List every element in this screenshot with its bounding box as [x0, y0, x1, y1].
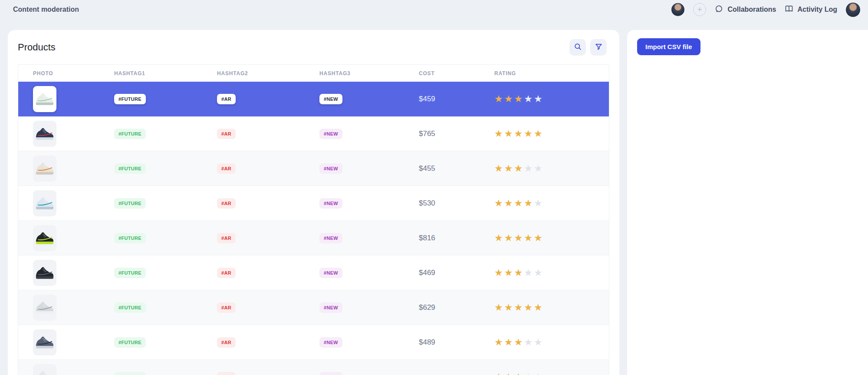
table-row[interactable]: #FUTURE #AR #NEW $530 ★★★★★ — [18, 186, 609, 221]
table-row[interactable]: #FUTURE #AR #NEW $489 ★★★★★ — [18, 325, 609, 360]
column-header-rating: Rating — [494, 70, 609, 76]
sneaker-image — [35, 196, 55, 211]
hashtag2-badge: #AR — [217, 94, 236, 104]
sneaker-image — [35, 126, 55, 141]
product-photo — [33, 260, 56, 286]
product-photo-cell — [33, 225, 114, 251]
product-photo — [33, 295, 56, 321]
app-title: Content moderation — [13, 6, 79, 13]
hashtag2-badge: #AR — [217, 302, 236, 313]
cost-value: $816 — [419, 234, 494, 242]
import-panel: Import CSV file — [627, 30, 868, 375]
table-row[interactable]: #FUTURE #AR #NEW $816 ★★★★★ — [18, 221, 609, 256]
hashtag2-badge: #AR — [217, 268, 236, 278]
product-photo-cell — [33, 156, 114, 182]
rating-stars: ★★★★★ — [494, 233, 609, 243]
table-row[interactable]: #FUTURE #AR #NEW $629 ★★★★★ — [18, 290, 609, 325]
filter-button[interactable] — [590, 39, 607, 56]
hashtag1-badge: #FUTURE — [114, 163, 146, 174]
products-panel: Products Photo Hashtag1 Hashtag2 Hashtag… — [8, 30, 619, 375]
page-title: Products — [18, 42, 569, 53]
rating-stars: ★★★★★ — [494, 94, 609, 104]
hashtag3-badge: #NEW — [319, 94, 342, 104]
rating-stars: ★★★★★ — [494, 303, 609, 312]
sneaker-image — [35, 335, 55, 350]
topbar: Content moderation + Collaborations Acti… — [0, 0, 868, 19]
hashtag3-badge: #NEW — [319, 129, 342, 139]
cost-value: $765 — [419, 129, 494, 138]
hashtag2-badge: #AR — [217, 233, 236, 243]
rating-stars: ★★★★★ — [494, 164, 609, 173]
products-table: Photo Hashtag1 Hashtag2 Hashtag3 Cost Ra… — [18, 64, 609, 375]
search-icon — [574, 43, 582, 52]
hashtag3-badge: #NEW — [319, 163, 342, 174]
rating-stars: ★★★★★ — [494, 372, 609, 375]
rating-stars: ★★★★★ — [494, 199, 609, 208]
table-row[interactable]: #FUTURE #AR #NEW ★★★★★ — [18, 360, 609, 375]
hashtag1-badge: #FUTURE — [114, 302, 146, 313]
filter-icon — [595, 43, 603, 52]
hashtag3-badge: #NEW — [319, 372, 342, 375]
hashtag3-badge: #NEW — [319, 302, 342, 313]
activity-log-link[interactable]: Activity Log — [785, 4, 837, 15]
product-photo-cell — [33, 190, 114, 216]
current-user-avatar[interactable] — [846, 3, 860, 17]
collaborator-avatar[interactable] — [671, 3, 684, 16]
sneaker-image — [35, 231, 55, 246]
product-photo — [33, 329, 56, 355]
column-header-photo: Photo — [33, 70, 114, 76]
hashtag1-badge: #FUTURE — [114, 233, 146, 243]
hashtag2-badge: #AR — [217, 372, 236, 375]
column-header-cost: Cost — [419, 70, 494, 76]
search-button[interactable] — [569, 39, 586, 56]
hashtag1-badge: #FUTURE — [114, 372, 146, 375]
product-photo-cell — [33, 364, 114, 375]
product-photo-cell — [33, 86, 114, 112]
hashtag1-badge: #FUTURE — [114, 129, 146, 139]
hashtag2-badge: #AR — [217, 198, 236, 209]
collaborations-label: Collaborations — [727, 6, 776, 13]
hashtag3-badge: #NEW — [319, 198, 342, 209]
sneaker-image — [35, 161, 55, 176]
product-photo — [33, 156, 56, 182]
table-row[interactable]: #FUTURE #AR #NEW $765 ★★★★★ — [18, 116, 609, 151]
product-photo-cell — [33, 260, 114, 286]
products-panel-header: Products — [8, 30, 619, 64]
rating-stars: ★★★★★ — [494, 268, 609, 278]
cost-value: $455 — [419, 164, 494, 173]
column-header-hashtag3: Hashtag3 — [319, 70, 419, 76]
product-photo-cell — [33, 295, 114, 321]
table-row[interactable]: #FUTURE #AR #NEW $469 ★★★★★ — [18, 256, 609, 290]
sneaker-image — [35, 265, 55, 280]
product-photo — [33, 121, 56, 147]
product-photo — [33, 364, 56, 375]
hashtag3-badge: #NEW — [319, 337, 342, 348]
chat-loop-icon — [715, 4, 723, 15]
column-header-hashtag2: Hashtag2 — [217, 70, 319, 76]
hashtag2-badge: #AR — [217, 129, 236, 139]
import-csv-button[interactable]: Import CSV file — [637, 38, 700, 55]
product-photo — [33, 225, 56, 251]
product-photo-cell — [33, 121, 114, 147]
cost-value: $459 — [419, 95, 494, 103]
collaborations-link[interactable]: Collaborations — [715, 4, 776, 15]
table-body: #FUTURE #AR #NEW $459 ★★★★★ #FUTURE #AR … — [18, 82, 609, 375]
table-row[interactable]: #FUTURE #AR #NEW $455 ★★★★★ — [18, 151, 609, 186]
cost-value: $530 — [419, 199, 494, 208]
add-collaborator-button[interactable]: + — [693, 3, 706, 16]
product-photo — [33, 86, 56, 112]
activity-log-label: Activity Log — [797, 6, 837, 13]
open-book-icon — [785, 4, 793, 15]
hashtag1-badge: #FUTURE — [114, 94, 146, 104]
table-header-row: Photo Hashtag1 Hashtag2 Hashtag3 Cost Ra… — [18, 65, 609, 82]
hashtag3-badge: #NEW — [319, 233, 342, 243]
hashtag1-badge: #FUTURE — [114, 268, 146, 278]
hashtag2-badge: #AR — [217, 163, 236, 174]
table-row[interactable]: #FUTURE #AR #NEW $459 ★★★★★ — [18, 82, 609, 116]
cost-value: $629 — [419, 303, 494, 312]
product-photo — [33, 190, 56, 216]
hashtag1-badge: #FUTURE — [114, 198, 146, 209]
cost-value: $489 — [419, 338, 494, 347]
sneaker-image — [35, 92, 55, 106]
product-photo-cell — [33, 329, 114, 355]
